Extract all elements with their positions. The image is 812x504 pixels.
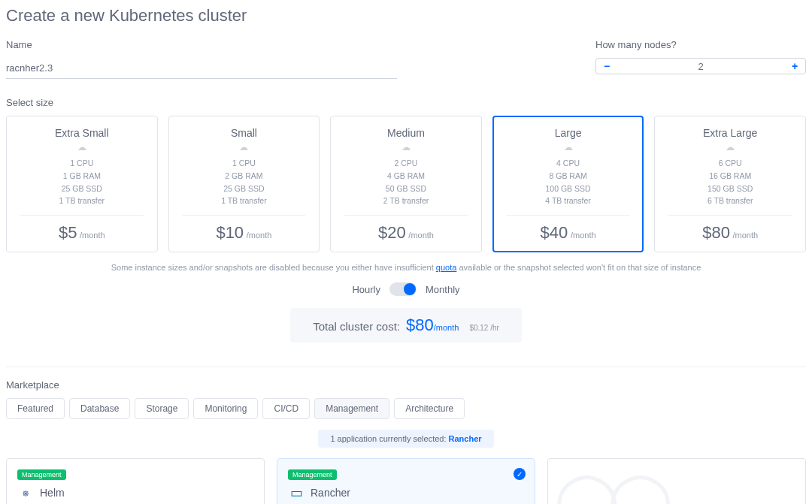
billing-monthly-label: Monthly xyxy=(426,284,460,295)
app-card-helm[interactable]: Management ⎈ Helm Helm (tiller) helps yo… xyxy=(6,458,265,504)
name-input[interactable] xyxy=(6,58,397,79)
size-card-medium[interactable]: Medium☁2 CPU4 GB RAM50 GB SSD2 TB transf… xyxy=(330,116,482,252)
marketplace-tabs: FeaturedDatabaseStorageMonitoringCI/CDMa… xyxy=(6,398,806,419)
size-ram: 2 GB RAM xyxy=(177,170,312,183)
tab-featured[interactable]: Featured xyxy=(6,398,65,419)
billing-toggle[interactable] xyxy=(389,282,417,296)
size-title: Large xyxy=(501,127,636,139)
app-name: Rancher xyxy=(311,487,350,499)
size-transfer: 1 TB transfer xyxy=(177,195,312,207)
rancher-icon: ▭ xyxy=(288,484,304,501)
helm-icon: ⎈ xyxy=(17,484,34,501)
size-ssd: 25 GB SSD xyxy=(177,183,312,195)
tab-ci-cd[interactable]: CI/CD xyxy=(262,398,310,419)
size-period: /month xyxy=(571,231,596,240)
size-card-extra-large[interactable]: Extra Large☁6 CPU16 GB RAM150 GB SSD6 TB… xyxy=(654,116,806,252)
size-ram: 1 GB RAM xyxy=(14,170,150,183)
cloud-icon: ☁ xyxy=(662,142,798,152)
page-title: Create a new Kubernetes cluster xyxy=(6,6,806,26)
size-period: /month xyxy=(247,231,272,240)
app-grid: Management ⎈ Helm Helm (tiller) helps yo… xyxy=(6,458,806,504)
cloud-icon: ☁ xyxy=(338,142,474,152)
size-card-small[interactable]: Small☁1 CPU2 GB RAM25 GB SSD1 TB transfe… xyxy=(168,116,320,252)
selected-app-banner: 1 application currently selected: Ranche… xyxy=(318,430,493,448)
size-ssd: 25 GB SSD xyxy=(14,183,150,195)
size-card-extra-small[interactable]: Extra Small☁1 CPU1 GB RAM25 GB SSD1 TB t… xyxy=(6,116,158,252)
billing-toggle-row: Hourly Monthly xyxy=(6,282,806,296)
cost-hourly: $0.12 /hr xyxy=(469,324,498,332)
size-transfer: 6 TB transfer xyxy=(662,195,798,207)
size-cpu: 1 CPU xyxy=(14,157,150,170)
size-title: Medium xyxy=(338,127,474,139)
size-transfer: 4 TB transfer xyxy=(501,195,636,207)
cost-price: $80 xyxy=(406,315,434,334)
quota-link[interactable]: quota xyxy=(436,263,457,272)
nodes-stepper: − 2 + xyxy=(595,58,806,74)
size-title: Small xyxy=(177,127,312,139)
billing-hourly-label: Hourly xyxy=(352,284,380,295)
quota-note: Some instance sizes and/or snapshots are… xyxy=(6,263,806,272)
size-period: /month xyxy=(80,231,105,240)
size-price: $5 xyxy=(59,223,77,242)
cost-box: Total cluster cost: $80/month $0.12 /hr xyxy=(290,308,522,343)
name-label: Name xyxy=(6,39,577,50)
cost-label: Total cluster cost: xyxy=(313,320,400,333)
category-badge: Management xyxy=(17,469,66,480)
size-ram: 4 GB RAM xyxy=(338,170,474,183)
tab-storage[interactable]: Storage xyxy=(135,398,189,419)
size-ssd: 100 GB SSD xyxy=(501,183,636,195)
size-cpu: 6 CPU xyxy=(662,157,798,170)
size-price: $80 xyxy=(702,223,730,242)
size-price: $40 xyxy=(541,223,568,242)
marketplace-title: Marketplace xyxy=(6,379,806,391)
nodes-increment-button[interactable]: + xyxy=(784,59,805,74)
cloud-icon: ☁ xyxy=(14,142,150,152)
cloud-icon: ☁ xyxy=(177,142,312,152)
size-title: Extra Small xyxy=(14,127,150,139)
tab-database[interactable]: Database xyxy=(69,398,130,419)
size-price: $20 xyxy=(378,223,406,242)
size-ram: 8 GB RAM xyxy=(501,170,636,183)
size-ram: 16 GB RAM xyxy=(662,170,798,183)
size-cpu: 2 CPU xyxy=(338,157,474,170)
size-grid: Extra Small☁1 CPU1 GB RAM25 GB SSD1 TB t… xyxy=(6,116,806,252)
tab-management[interactable]: Management xyxy=(314,398,389,419)
size-label: Select size xyxy=(6,97,806,108)
tab-monitoring[interactable]: Monitoring xyxy=(193,398,258,419)
nodes-label: How many nodes? xyxy=(595,39,806,50)
size-price: $10 xyxy=(216,223,244,242)
cloud-icon: ☁ xyxy=(501,142,636,152)
nodes-value: 2 xyxy=(617,61,784,72)
size-period: /month xyxy=(733,231,759,240)
size-title: Extra Large xyxy=(662,127,798,139)
selected-check-icon: ✓ xyxy=(514,468,526,480)
nodes-decrement-button[interactable]: − xyxy=(596,59,617,74)
github-bg-icon: ◯◯ xyxy=(554,466,790,504)
suggest-card: ◯◯ Can't see what you're looking for? Wa… xyxy=(547,458,806,504)
app-card-rancher[interactable]: Management ✓ ▭ Rancher Addresses the ope… xyxy=(277,458,535,504)
tab-architecture[interactable]: Architecture xyxy=(394,398,465,419)
size-ssd: 150 GB SSD xyxy=(662,183,798,195)
size-transfer: 1 TB transfer xyxy=(14,195,150,207)
size-transfer: 2 TB transfer xyxy=(338,195,474,207)
size-period: /month xyxy=(408,231,434,240)
size-cpu: 1 CPU xyxy=(177,157,312,170)
size-card-large[interactable]: Large☁4 CPU8 GB RAM100 GB SSD4 TB transf… xyxy=(492,116,644,252)
size-cpu: 4 CPU xyxy=(501,157,636,170)
category-badge: Management xyxy=(288,469,337,480)
size-ssd: 50 GB SSD xyxy=(338,183,474,195)
app-name: Helm xyxy=(40,487,65,499)
